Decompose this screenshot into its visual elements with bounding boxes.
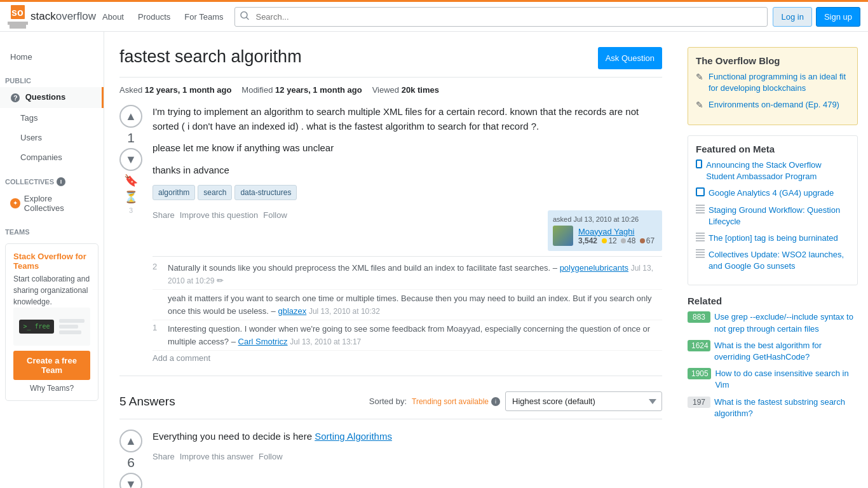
search-bar [234, 7, 768, 27]
create-team-button[interactable]: Create a free Team [13, 351, 90, 380]
search-icon [240, 11, 249, 22]
question-tags: algorithm search data-structures [153, 185, 662, 200]
gold-badge [602, 238, 607, 243]
tag-algorithm[interactable]: algorithm [153, 185, 195, 200]
comment-author-3[interactable]: Carl Smotricz [238, 337, 288, 346]
vote-cell: ▲ 1 ▼ 🔖 ⏳ 3 [119, 105, 142, 365]
related-score-2: 1624 [688, 340, 710, 351]
main-content: fastest search algorithm Ask Question As… [104, 32, 677, 488]
meta-link-3[interactable]: Staging Ground Workflow: Question Lifecy… [709, 205, 850, 227]
comment-text-2: yeah it matters if you want to search on… [168, 292, 662, 317]
blog-link-2[interactable]: Environments on-demand (Ep. 479) [709, 99, 839, 111]
vote-count: 1 [127, 130, 135, 146]
meta-link-4[interactable]: The [option] tag is being burninated [709, 233, 838, 244]
tag-data-structures[interactable]: data-structures [234, 185, 297, 200]
comment-author-1[interactable]: polygenelubricants [560, 263, 628, 273]
comment-text-3: Interesting question. I wonder when we'r… [168, 323, 662, 348]
related-link-4[interactable]: What is the fastest substring search alg… [714, 396, 858, 419]
user-asked-label: asked Jul 13, 2010 at 10:26 [553, 215, 657, 223]
related-link-2[interactable]: What is the best algorithm for overridin… [714, 340, 858, 363]
comment-text-1: Naturally it sounds like you should prep… [168, 262, 662, 287]
answer-share-link[interactable]: Share [153, 452, 175, 461]
login-button[interactable]: Log in [773, 7, 811, 27]
answer-actions: Share Improve this answer Follow [153, 452, 662, 461]
related-score-1: 883 [688, 311, 710, 323]
search-input[interactable] [234, 7, 768, 27]
answer-text: Everything you need to decide is here So… [153, 430, 662, 444]
nav-products[interactable]: Products [132, 7, 177, 27]
comment-1: 2 Naturally it sounds like you should pr… [153, 259, 662, 290]
post-text-1: I'm trying to implement an algorithm to … [153, 105, 662, 133]
sidebar-item-tags[interactable]: Tags [0, 108, 104, 128]
sidebar-item-companies[interactable]: Companies [0, 147, 104, 167]
related-link-1[interactable]: Use grep --exclude/--include syntax to n… [714, 311, 858, 334]
svg-line-5 [247, 18, 248, 20]
improve-link[interactable]: Improve this question [180, 210, 259, 220]
share-link[interactable]: Share [153, 210, 175, 220]
teams-image: >_ free [13, 308, 90, 346]
meta-link-2[interactable]: Google Analytics 4 (GA4) upgrade [709, 187, 834, 199]
why-teams-link[interactable]: Why Teams? [13, 384, 90, 393]
comment-vote-2 [153, 292, 165, 317]
add-comment-link[interactable]: Add a comment [153, 351, 662, 365]
post-text-2: please let me know if anything was uncle… [153, 141, 662, 156]
sidebar-item-questions[interactable]: ? Questions [0, 87, 104, 108]
nav-about[interactable]: About [96, 7, 130, 27]
meta-link-1[interactable]: Announcing the Stack Overflow Student Am… [706, 159, 850, 182]
answer-vote-count: 6 [127, 455, 135, 470]
ask-question-button[interactable]: Ask Question [598, 47, 662, 69]
answers-count: 5 Answers [119, 395, 175, 409]
tag-search[interactable]: search [198, 185, 232, 200]
bookmark-count: 3 [129, 207, 133, 214]
related-item-2: 1624 What is the best algorithm for over… [688, 340, 858, 363]
sidebar-item-explore-collectives[interactable]: ✦ Explore Collectives [0, 189, 104, 218]
svg-text:so: so [11, 7, 24, 18]
answer-vote-cell: ▲ 6 ▼ ✓ [119, 430, 142, 488]
sidebar-item-users[interactable]: Users [0, 128, 104, 147]
answer-follow-link[interactable]: Follow [259, 452, 283, 461]
history-icon: ⏳ [124, 190, 138, 204]
downvote-button[interactable]: ▼ [119, 148, 142, 171]
sort-select[interactable]: Highest score (default)Trending (recent … [505, 391, 662, 411]
main-nav: About Products For Teams [96, 7, 229, 27]
signup-button[interactable]: Sign up [816, 7, 860, 27]
comment-edit-icon-1[interactable]: ✏ [217, 276, 224, 285]
answer-body: Everything you need to decide is here So… [153, 430, 662, 488]
sorting-algorithms-link[interactable]: Sorting Algorithms [315, 431, 392, 442]
meta-icon-3 [696, 205, 705, 214]
bronze-badge [640, 238, 645, 243]
trending-info-icon[interactable]: i [491, 397, 500, 406]
comment-vote-3[interactable]: 1 [153, 323, 165, 348]
related-link-3[interactable]: How to do case insensitive search in Vim [715, 368, 858, 391]
meta-link-5[interactable]: Collectives Update: WSO2 launches, and G… [709, 249, 850, 272]
follow-link[interactable]: Follow [263, 210, 287, 220]
pencil-icon-1: ✎ [696, 71, 705, 84]
comment-vote-1[interactable]: 2 [153, 262, 165, 287]
post-text-3: thanks in advance [153, 163, 662, 178]
meta-item-2: Google Analytics 4 (GA4) upgrade [696, 187, 850, 199]
post-footer: Share Improve this question Follow asked… [153, 210, 662, 251]
blog-link-1[interactable]: Functional programming is an ideal fit f… [709, 71, 850, 94]
collectives-icon: ✦ [10, 198, 20, 208]
comment-author-2[interactable]: gblazex [278, 306, 306, 316]
answer-downvote-button[interactable]: ▼ [119, 473, 142, 488]
logo[interactable]: so stackoverflow [8, 5, 96, 29]
sidebar-item-home[interactable]: Home [0, 47, 104, 67]
meta-item-3: Staging Ground Workflow: Question Lifecy… [696, 205, 850, 227]
upvote-button[interactable]: ▲ [119, 105, 142, 128]
related-item-4: 197 What is the fastest substring search… [688, 396, 858, 419]
answer-improve-link[interactable]: Improve this answer [180, 452, 254, 461]
avatar [553, 226, 573, 246]
nav-for-teams[interactable]: For Teams [178, 7, 229, 27]
meta-icon-4 [696, 233, 705, 241]
post-body: I'm trying to implement an algorithm to … [153, 105, 662, 365]
header: so stackoverflow About Products For Team… [0, 0, 868, 32]
meta-icon-2 [696, 187, 705, 196]
bookmark-icon[interactable]: 🔖 [124, 173, 138, 187]
answer-upvote-button[interactable]: ▲ [119, 430, 142, 452]
collectives-info-icon[interactable]: i [57, 177, 65, 186]
pencil-icon-2: ✎ [696, 99, 705, 112]
answer-1: ▲ 6 ▼ ✓ Everything you need to decide is… [119, 430, 662, 488]
trending-label: Trending sort available i [412, 397, 500, 406]
username-link[interactable]: Moayyad Yaghi [578, 227, 634, 236]
